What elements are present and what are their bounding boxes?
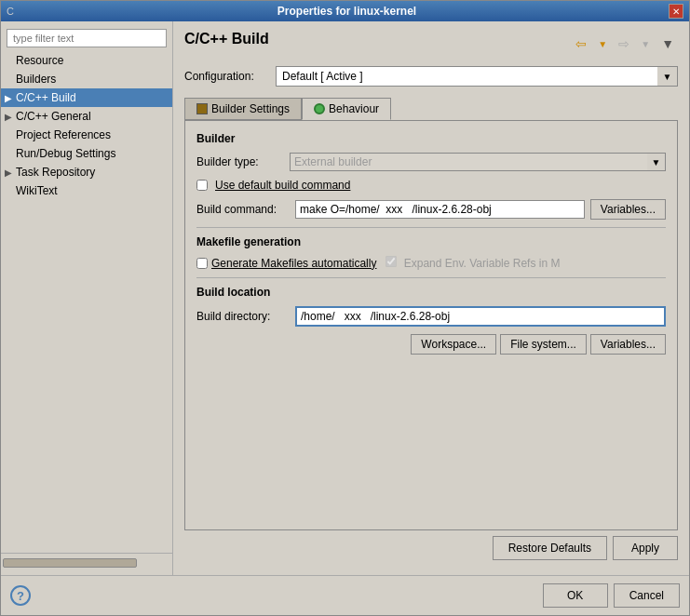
variables-button-2[interactable]: Variables... <box>590 334 666 355</box>
panel-title: C/C++ Build <box>184 31 269 47</box>
cpp-general-arrow: ▶ <box>5 112 12 122</box>
configuration-row: Configuration: ▼ <box>184 66 678 87</box>
build-command-label: Build command: <box>196 203 290 216</box>
nav-forward-dropdown-button[interactable]: ▼ <box>637 37 654 51</box>
nav-dropdown-button[interactable]: ▼ <box>594 37 611 51</box>
expand-env-label: Expand Env. Variable Refs in M <box>386 256 560 270</box>
sidebar-item-cpp-build[interactable]: ▶ C/C++ Build <box>1 88 172 107</box>
dialog-window: C Properties for linux-kernel ✕ Resource… <box>0 0 690 616</box>
tab-builder-settings-label: Builder Settings <box>211 102 290 115</box>
use-default-build-cmd-label: Use default build command <box>215 179 350 192</box>
configuration-select-wrapper: ▼ <box>276 66 678 87</box>
apply-button[interactable]: Apply <box>613 536 678 560</box>
generate-makefiles-label: Generate Makefiles automatically <box>211 257 376 270</box>
expand-env-checkbox <box>386 256 397 267</box>
task-repo-label: Task Repository <box>16 166 95 179</box>
cpp-build-label: C/C++ Build <box>16 91 76 104</box>
build-command-row: Build command: Variables... <box>196 199 666 220</box>
bottom-buttons: OK Cancel <box>543 583 680 608</box>
bottom-bar: ? OK Cancel <box>1 575 689 615</box>
task-repo-arrow: ▶ <box>5 167 12 178</box>
build-dir-row: Build directory: <box>196 306 666 327</box>
use-default-build-cmd-checkbox[interactable] <box>196 180 208 191</box>
build-command-input[interactable] <box>295 200 585 219</box>
nav-menu-button[interactable]: ▼ <box>657 34 678 53</box>
help-icon[interactable]: ? <box>10 585 31 606</box>
sidebar-item-project-references[interactable]: Project References <box>1 126 172 144</box>
right-panel: C/C++ Build ⇦ ▼ ⇨ ▼ ▼ Configuration: ▼ <box>173 21 689 575</box>
panel-body: Builder Builder type: ▼ Use default buil… <box>184 121 678 530</box>
nav-forward-button[interactable]: ⇨ <box>615 34 633 53</box>
section-divider-1 <box>196 227 666 228</box>
sidebar-item-run-debug[interactable]: Run/Debug Settings <box>1 144 172 163</box>
sidebar-scroll: Resource Builders ▶ C/C++ Build ▶ C/C++ … <box>1 51 172 553</box>
cancel-button[interactable]: Cancel <box>614 583 680 608</box>
tab-behaviour[interactable]: Behaviour <box>302 98 391 120</box>
close-button[interactable]: ✕ <box>669 4 683 19</box>
nav-back-button[interactable]: ⇦ <box>572 34 590 53</box>
generate-makefiles-checkbox[interactable] <box>196 258 208 269</box>
dir-buttons-row: Workspace... File system... Variables... <box>196 334 666 355</box>
cpp-build-arrow: ▶ <box>5 93 12 103</box>
builder-type-row: Builder type: ▼ <box>196 153 666 171</box>
tabs-container: Builder Settings Behaviour <box>184 98 678 121</box>
sidebar-item-task-repository[interactable]: ▶ Task Repository <box>1 163 172 181</box>
sidebar-item-resource[interactable]: Resource <box>1 51 172 70</box>
sidebar: Resource Builders ▶ C/C++ Build ▶ C/C++ … <box>1 21 173 575</box>
cpp-general-label: C/C++ General <box>16 110 91 123</box>
use-default-build-cmd-row: Use default build command <box>196 179 666 192</box>
filesystem-button[interactable]: File system... <box>500 334 587 355</box>
configuration-label: Configuration: <box>184 70 268 83</box>
tab-behaviour-label: Behaviour <box>329 102 379 115</box>
window-title: Properties for linux-kernel <box>25 5 669 18</box>
section-divider-2 <box>196 277 666 278</box>
filter-input[interactable] <box>7 29 167 47</box>
project-references-label: Project References <box>16 128 111 141</box>
sidebar-item-builders[interactable]: Builders <box>1 70 172 88</box>
builders-label: Builders <box>16 73 56 86</box>
builder-type-label: Builder type: <box>196 155 290 168</box>
sidebar-item-cpp-general[interactable]: ▶ C/C++ General <box>1 107 172 126</box>
build-dir-label: Build directory: <box>196 310 290 323</box>
configuration-dropdown-arrow[interactable]: ▼ <box>657 66 678 87</box>
wikitext-label: WikiText <box>16 184 58 197</box>
builder-type-dropdown-arrow[interactable]: ▼ <box>647 153 666 171</box>
tab-builder-settings[interactable]: Builder Settings <box>184 98 302 120</box>
sidebar-item-wikitext[interactable]: WikiText <box>1 181 172 200</box>
window-c-label: C <box>7 6 25 17</box>
variables-button-1[interactable]: Variables... <box>590 199 666 220</box>
generate-makefiles-row: Generate Makefiles automatically Expand … <box>196 256 666 270</box>
makefile-section-label: Makefile generation <box>196 235 666 248</box>
build-dir-input[interactable] <box>295 306 666 327</box>
sidebar-scrollbar[interactable] <box>3 558 137 568</box>
builder-type-input <box>290 153 666 171</box>
action-buttons-row: Restore Defaults Apply <box>184 530 678 566</box>
main-content: Resource Builders ▶ C/C++ Build ▶ C/C++ … <box>1 21 689 575</box>
workspace-button[interactable]: Workspace... <box>411 334 496 355</box>
sidebar-scrollbar-area <box>1 553 172 571</box>
configuration-select[interactable] <box>276 66 678 87</box>
build-location-section-label: Build location <box>196 286 666 299</box>
behaviour-icon <box>314 103 325 114</box>
builder-settings-icon <box>196 103 208 114</box>
ok-button[interactable]: OK <box>543 583 608 608</box>
builder-section-label: Builder <box>196 132 666 145</box>
restore-defaults-button[interactable]: Restore Defaults <box>493 536 607 560</box>
resource-label: Resource <box>16 54 63 67</box>
title-bar: C Properties for linux-kernel ✕ <box>1 1 689 21</box>
run-debug-label: Run/Debug Settings <box>16 147 115 160</box>
